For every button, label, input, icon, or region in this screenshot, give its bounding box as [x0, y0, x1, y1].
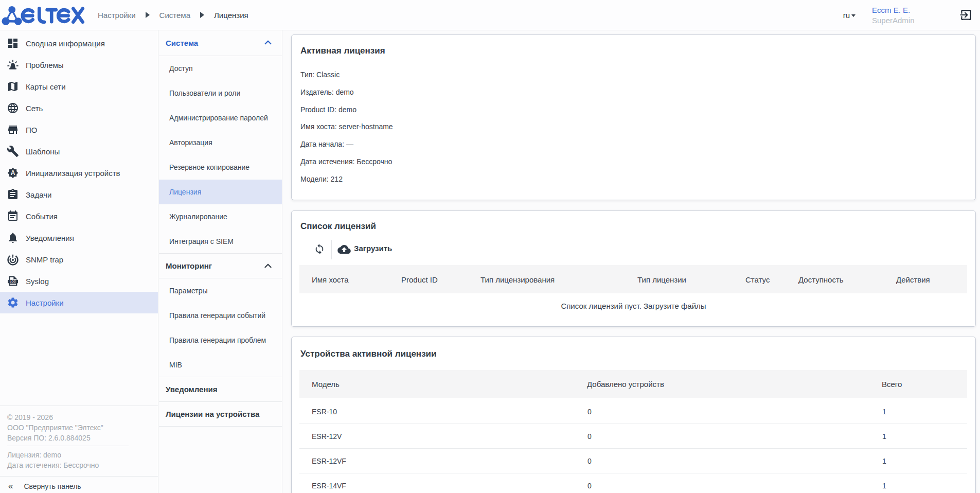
svg-text:A: A: [11, 169, 15, 177]
svg-text:LOG: LOG: [10, 280, 16, 283]
